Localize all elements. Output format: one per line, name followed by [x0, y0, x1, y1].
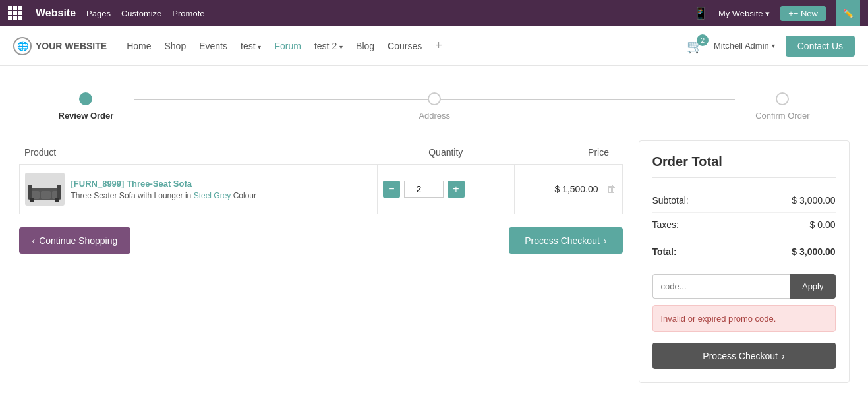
- price-cell: $ 1,500.00 🗑: [514, 165, 622, 214]
- action-row: ‹ Continue Shopping Process Checkout ›: [19, 227, 623, 254]
- product-image: [25, 173, 65, 206]
- subtotal-label: Subtotal:: [652, 195, 689, 206]
- table-row: [FURN_8999] Three-Seat Sofa Three Seater…: [19, 165, 622, 214]
- promo-row: Apply: [652, 274, 836, 299]
- grid-icon[interactable]: [8, 6, 22, 20]
- content-layout: Product Quantity Price: [19, 140, 850, 383]
- mobile-icon[interactable]: 📱: [693, 6, 708, 20]
- taxes-row: Taxes: $ 0.00: [652, 213, 836, 237]
- admin-bar: Website Pages Customize Promote 📱 My Web…: [0, 0, 868, 26]
- edit-page-button[interactable]: ✏️: [836, 0, 860, 26]
- order-total-title: Order Total: [652, 154, 836, 178]
- logo: 🌐 YOUR WEBSITE: [13, 37, 107, 55]
- continue-shopping-button[interactable]: ‹ Continue Shopping: [19, 227, 131, 254]
- product-desc-highlight: Steel Grey: [194, 191, 231, 200]
- chevron-left-icon: ‹: [32, 235, 36, 246]
- delete-product-button[interactable]: 🗑: [606, 183, 617, 195]
- col-quantity: Quantity: [377, 140, 514, 165]
- step-circle-confirm: [776, 92, 789, 105]
- product-table: Product Quantity Price: [19, 140, 623, 214]
- main-content: Review Order Address Confirm Order Produ…: [6, 66, 863, 396]
- logo-text: YOUR WEBSITE: [36, 41, 107, 51]
- step-confirm-order: Confirm Order: [755, 92, 809, 121]
- order-summary: Order Total Subtotal: $ 3,000.00 Taxes: …: [639, 140, 850, 383]
- add-nav-icon[interactable]: +: [435, 39, 442, 53]
- total-value: $ 3,000.00: [792, 246, 835, 257]
- globe-icon: 🌐: [13, 37, 32, 55]
- total-label: Total:: [652, 246, 677, 257]
- svg-rect-7: [55, 198, 59, 202]
- admin-nav-customize[interactable]: Customize: [121, 9, 161, 18]
- checkout-stepper: Review Order Address Confirm Order: [59, 92, 810, 121]
- step-address: Address: [419, 92, 450, 121]
- step-review-order: Review Order: [59, 92, 114, 121]
- product-cell: [FURN_8999] Three-Seat Sofa Three Seater…: [19, 165, 377, 214]
- nav-home[interactable]: Home: [127, 41, 151, 51]
- contact-us-button[interactable]: Contact Us: [786, 36, 855, 57]
- nav-shop[interactable]: Shop: [164, 41, 186, 51]
- nav-test2[interactable]: test 2 ▾: [314, 41, 343, 51]
- svg-rect-2: [41, 191, 51, 199]
- user-menu[interactable]: Mitchell Admin ▾: [714, 41, 775, 51]
- promo-code-input[interactable]: [652, 274, 790, 299]
- nav-test[interactable]: test ▾: [241, 41, 261, 51]
- nav-right: 🛒 2 Mitchell Admin ▾ Contact Us: [687, 36, 855, 57]
- admin-nav-promote[interactable]: Promote: [172, 9, 204, 18]
- nav-courses[interactable]: Courses: [388, 41, 422, 51]
- nav-links: Home Shop Events test ▾ Forum test 2 ▾ B…: [127, 39, 687, 53]
- product-description: Three Seater Sofa with Lounger in Steel …: [71, 191, 257, 200]
- decrease-quantity-button[interactable]: −: [383, 181, 400, 198]
- col-price: Price: [514, 140, 622, 165]
- checkout-arrow-icon: ›: [782, 351, 785, 361]
- my-website-link[interactable]: My Website ▾: [718, 9, 770, 18]
- cart-section: Product Quantity Price: [19, 140, 623, 383]
- order-summary-checkout-button[interactable]: Process Checkout ›: [652, 343, 836, 369]
- quantity-input[interactable]: [404, 181, 444, 198]
- process-checkout-button[interactable]: Process Checkout ›: [509, 227, 622, 254]
- nav-bar: 🌐 YOUR WEBSITE Home Shop Events test ▾ F…: [0, 26, 868, 66]
- nav-forum[interactable]: Forum: [274, 41, 301, 51]
- svg-rect-5: [57, 185, 61, 199]
- cart-badge: 2: [697, 34, 709, 46]
- apply-promo-button[interactable]: Apply: [790, 274, 836, 299]
- step-circle-address: [428, 92, 441, 105]
- col-product: Product: [19, 140, 377, 165]
- promo-error-message: Invalid or expired promo code.: [652, 305, 836, 332]
- product-info: [FURN_8999] Three-Seat Sofa Three Seater…: [65, 179, 257, 200]
- increase-quantity-button[interactable]: +: [448, 181, 465, 198]
- plus-icon: +: [788, 9, 794, 18]
- site-title: Website: [36, 7, 76, 19]
- step-label-confirm: Confirm Order: [755, 111, 809, 121]
- user-dropdown-arrow: ▾: [772, 42, 775, 49]
- user-name: Mitchell Admin: [714, 41, 769, 51]
- total-row: Total: $ 3,000.00: [652, 237, 836, 264]
- admin-nav-pages[interactable]: Pages: [86, 9, 111, 18]
- quantity-cell: − +: [377, 165, 514, 214]
- nav-blog[interactable]: Blog: [356, 41, 374, 51]
- step-label-review: Review Order: [59, 111, 114, 121]
- subtotal-row: Subtotal: $ 3,000.00: [652, 188, 836, 213]
- svg-rect-4: [28, 185, 32, 199]
- cart-button[interactable]: 🛒 2: [687, 38, 703, 54]
- taxes-value: $ 0.00: [810, 219, 836, 230]
- chevron-right-icon: ›: [604, 235, 607, 246]
- taxes-label: Taxes:: [652, 219, 679, 230]
- quantity-control: − +: [383, 181, 509, 198]
- step-label-address: Address: [419, 111, 450, 121]
- svg-rect-6: [30, 198, 34, 202]
- subtotal-value: $ 3,000.00: [792, 195, 835, 206]
- step-circle-review: [79, 92, 92, 105]
- product-name: [FURN_8999] Three-Seat Sofa: [71, 179, 257, 188]
- nav-events[interactable]: Events: [199, 41, 227, 51]
- new-button[interactable]: + + New: [780, 6, 826, 21]
